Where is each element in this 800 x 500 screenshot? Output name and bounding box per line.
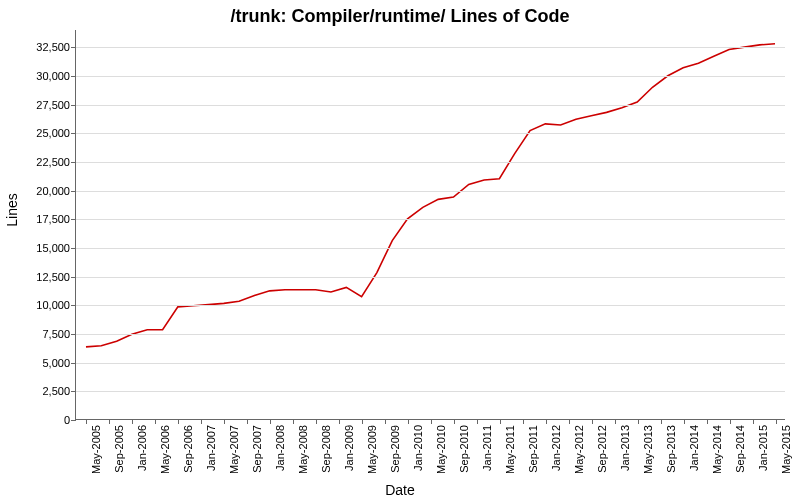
gridline-h xyxy=(76,277,785,278)
xtick-mark xyxy=(615,419,616,424)
xtick-mark xyxy=(753,419,754,424)
ytick-mark xyxy=(71,363,76,364)
xtick-mark xyxy=(638,419,639,424)
xtick-label: Jan-2007 xyxy=(205,425,217,471)
xtick-label: Sep-2013 xyxy=(665,425,677,473)
xtick-label: May-2010 xyxy=(435,425,447,474)
xtick-mark xyxy=(385,419,386,424)
chart-title: /trunk: Compiler/runtime/ Lines of Code xyxy=(0,6,800,27)
xtick-mark xyxy=(408,419,409,424)
xtick-label: May-2007 xyxy=(228,425,240,474)
ytick-label: 25,000 xyxy=(36,127,70,139)
xtick-mark xyxy=(109,419,110,424)
gridline-h xyxy=(76,47,785,48)
xtick-label: Jan-2010 xyxy=(412,425,424,471)
xtick-mark xyxy=(477,419,478,424)
xtick-mark xyxy=(247,419,248,424)
xtick-mark xyxy=(362,419,363,424)
ytick-label: 5,000 xyxy=(42,357,70,369)
ytick-mark xyxy=(71,248,76,249)
ytick-mark xyxy=(71,420,76,421)
ytick-mark xyxy=(71,133,76,134)
ytick-label: 30,000 xyxy=(36,70,70,82)
loc-series-line xyxy=(86,44,775,347)
ytick-mark xyxy=(71,191,76,192)
xtick-label: May-2005 xyxy=(90,425,102,474)
ytick-label: 10,000 xyxy=(36,299,70,311)
xtick-label: Jan-2014 xyxy=(688,425,700,471)
xtick-label: May-2012 xyxy=(573,425,585,474)
xtick-label: Jan-2013 xyxy=(619,425,631,471)
x-axis-label: Date xyxy=(0,482,800,498)
xtick-mark xyxy=(569,419,570,424)
xtick-mark xyxy=(86,419,87,424)
xtick-mark xyxy=(132,419,133,424)
gridline-h xyxy=(76,391,785,392)
xtick-label: Sep-2009 xyxy=(389,425,401,473)
xtick-label: May-2014 xyxy=(711,425,723,474)
ytick-mark xyxy=(71,219,76,220)
xtick-mark xyxy=(201,419,202,424)
ytick-label: 22,500 xyxy=(36,156,70,168)
xtick-mark xyxy=(270,419,271,424)
gridline-h xyxy=(76,76,785,77)
xtick-label: May-2011 xyxy=(504,425,516,474)
xtick-label: Sep-2006 xyxy=(182,425,194,473)
xtick-label: Sep-2014 xyxy=(734,425,746,473)
ytick-mark xyxy=(71,76,76,77)
xtick-label: Sep-2005 xyxy=(113,425,125,473)
gridline-h xyxy=(76,105,785,106)
xtick-mark xyxy=(454,419,455,424)
ytick-label: 17,500 xyxy=(36,213,70,225)
xtick-label: Sep-2007 xyxy=(251,425,263,473)
ytick-mark xyxy=(71,162,76,163)
xtick-label: Jan-2009 xyxy=(343,425,355,471)
xtick-label: Jan-2006 xyxy=(136,425,148,471)
xtick-label: Jan-2011 xyxy=(481,425,493,471)
xtick-mark xyxy=(339,419,340,424)
ytick-label: 27,500 xyxy=(36,99,70,111)
plot-area: 02,5005,0007,50010,00012,50015,00017,500… xyxy=(75,30,785,420)
xtick-label: May-2015 xyxy=(780,425,792,474)
xtick-mark xyxy=(178,419,179,424)
xtick-mark xyxy=(707,419,708,424)
ytick-label: 12,500 xyxy=(36,271,70,283)
xtick-label: Jan-2012 xyxy=(550,425,562,471)
xtick-mark xyxy=(431,419,432,424)
xtick-mark xyxy=(546,419,547,424)
gridline-h xyxy=(76,191,785,192)
gridline-h xyxy=(76,363,785,364)
xtick-mark xyxy=(730,419,731,424)
xtick-mark xyxy=(155,419,156,424)
ytick-mark xyxy=(71,391,76,392)
xtick-label: Jan-2008 xyxy=(274,425,286,471)
xtick-label: May-2006 xyxy=(159,425,171,474)
ytick-label: 20,000 xyxy=(36,185,70,197)
chart-container: /trunk: Compiler/runtime/ Lines of Code … xyxy=(0,0,800,500)
xtick-label: Jan-2015 xyxy=(757,425,769,471)
ytick-mark xyxy=(71,105,76,106)
xtick-mark xyxy=(661,419,662,424)
xtick-label: May-2008 xyxy=(297,425,309,474)
xtick-mark xyxy=(684,419,685,424)
gridline-h xyxy=(76,248,785,249)
ytick-mark xyxy=(71,277,76,278)
xtick-label: May-2013 xyxy=(642,425,654,474)
xtick-label: Sep-2010 xyxy=(458,425,470,473)
xtick-mark xyxy=(592,419,593,424)
line-series xyxy=(76,30,785,419)
y-axis-label: Lines xyxy=(2,0,22,420)
xtick-mark xyxy=(293,419,294,424)
ytick-mark xyxy=(71,334,76,335)
gridline-h xyxy=(76,219,785,220)
xtick-mark xyxy=(523,419,524,424)
xtick-mark xyxy=(776,419,777,424)
ytick-label: 2,500 xyxy=(42,385,70,397)
ytick-label: 32,500 xyxy=(36,41,70,53)
gridline-h xyxy=(76,305,785,306)
ytick-mark xyxy=(71,305,76,306)
ytick-label: 7,500 xyxy=(42,328,70,340)
gridline-h xyxy=(76,334,785,335)
xtick-mark xyxy=(316,419,317,424)
gridline-h xyxy=(76,133,785,134)
